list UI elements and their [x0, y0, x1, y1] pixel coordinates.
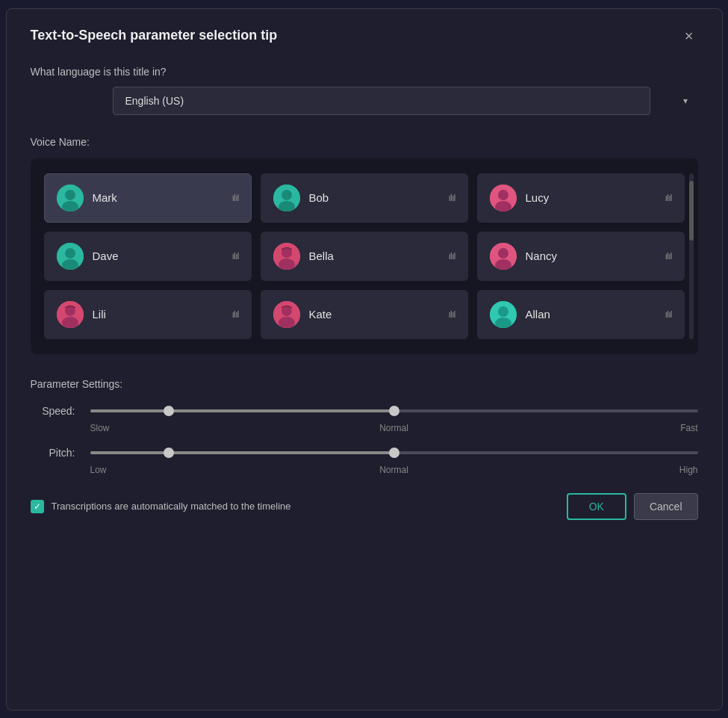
- auto-match-checkbox[interactable]: ✓: [31, 500, 44, 513]
- scrollbar-track: [689, 173, 694, 339]
- speed-row: Speed:: [31, 405, 698, 417]
- wave-icon-lili[interactable]: ılıl: [232, 309, 239, 320]
- svg-point-25: [498, 306, 508, 317]
- avatar-lucy: [490, 185, 517, 211]
- wave-icon-bella[interactable]: ılıl: [449, 250, 455, 261]
- voice-card-dave[interactable]: Dave ılıl: [44, 232, 252, 281]
- pitch-high-label: High: [679, 465, 698, 475]
- avatar-mark: [57, 185, 84, 211]
- voice-card-lili[interactable]: Lili ılıl: [44, 290, 252, 339]
- voice-name-dave: Dave: [93, 250, 232, 262]
- wave-icon-mark[interactable]: ılıl: [232, 192, 239, 203]
- pitch-label: Pitch:: [31, 447, 75, 459]
- close-button[interactable]: ×: [680, 27, 698, 45]
- wave-icon-dave[interactable]: ılıl: [232, 250, 239, 261]
- ok-button[interactable]: OK: [567, 493, 626, 520]
- voice-name-mark: Mark: [93, 191, 232, 204]
- voice-grid: Mark ılıl Bob ılıl Lucy ılıl: [44, 173, 685, 339]
- speed-thumb-2[interactable]: [389, 406, 399, 416]
- voice-name-nancy: Nancy: [526, 250, 665, 262]
- wave-icon-lucy[interactable]: ılıl: [665, 192, 672, 203]
- avatar-lili: [57, 301, 84, 328]
- speed-track: [90, 409, 698, 412]
- param-section-label: Parameter Settings:: [31, 378, 698, 390]
- wave-icon-allan[interactable]: ılıl: [665, 309, 672, 320]
- avatar-kate: [273, 301, 300, 328]
- speed-fast-label: Fast: [680, 423, 697, 433]
- voice-name-bob: Bob: [309, 191, 449, 204]
- avatar-dave: [57, 243, 84, 270]
- voice-card-nancy[interactable]: Nancy ılıl: [477, 232, 685, 281]
- checkmark-icon: ✓: [34, 501, 41, 512]
- voice-card-lucy[interactable]: Lucy ılıl: [477, 173, 685, 223]
- tts-dialog: Text-to-Speech parameter selection tip ×…: [6, 8, 723, 711]
- chevron-down-icon: ▾: [683, 96, 688, 106]
- svg-point-16: [498, 248, 508, 259]
- avatar-allan: [490, 301, 517, 328]
- voice-name-lili: Lili: [93, 308, 232, 321]
- wave-icon-bob[interactable]: ılıl: [449, 192, 455, 203]
- avatar-bob: [273, 185, 300, 211]
- svg-point-4: [281, 190, 292, 200]
- footer-buttons: OK Cancel: [567, 493, 698, 520]
- voice-card-mark[interactable]: Mark ılıl: [44, 173, 252, 223]
- cancel-button[interactable]: Cancel: [634, 493, 698, 520]
- voice-grid-container: Mark ılıl Bob ılıl Lucy ılıl: [31, 158, 698, 354]
- pitch-thumb-2[interactable]: [389, 448, 399, 458]
- speed-slider-wrapper: [90, 409, 698, 412]
- speed-slow-label: Slow: [90, 423, 110, 433]
- pitch-fill: [90, 451, 394, 454]
- pitch-labels: Low Normal High: [90, 465, 698, 475]
- language-select[interactable]: English (US) Spanish French German: [113, 87, 650, 115]
- footer: ✓ Transcriptions are automatically match…: [31, 493, 698, 520]
- checkbox-label: Transcriptions are automatically matched…: [52, 501, 291, 512]
- pitch-low-label: Low: [90, 465, 107, 475]
- checkbox-wrapper: ✓ Transcriptions are automatically match…: [31, 500, 567, 513]
- voice-card-bob[interactable]: Bob ılıl: [261, 173, 468, 223]
- wave-icon-nancy[interactable]: ılıl: [665, 250, 672, 261]
- scrollbar-thumb[interactable]: [689, 181, 694, 241]
- svg-point-1: [65, 190, 75, 200]
- language-label: What language is this title in?: [31, 66, 698, 78]
- speed-label: Speed:: [31, 405, 75, 417]
- speed-normal-label: Normal: [379, 423, 408, 433]
- pitch-normal-label: Normal: [379, 465, 408, 475]
- voice-name-kate: Kate: [309, 308, 449, 321]
- avatar-nancy: [490, 243, 517, 270]
- pitch-track: [90, 451, 698, 454]
- voice-name-allan: Allan: [526, 308, 665, 321]
- voice-name-bella: Bella: [309, 250, 449, 262]
- dialog-title: Text-to-Speech parameter selection tip: [31, 28, 278, 43]
- speed-thumb-1[interactable]: [164, 406, 174, 416]
- svg-point-7: [498, 190, 508, 200]
- voice-card-bella[interactable]: Bella ılıl: [261, 232, 468, 281]
- wave-icon-kate[interactable]: ılıl: [449, 309, 455, 320]
- speed-labels-row: Slow Normal Fast: [31, 423, 698, 433]
- pitch-slider-wrapper: [90, 451, 698, 454]
- pitch-labels-row: Low Normal High: [31, 465, 698, 475]
- speed-labels: Slow Normal Fast: [90, 423, 698, 433]
- language-select-wrapper: English (US) Spanish French German ▾: [113, 87, 698, 115]
- speed-fill: [90, 409, 394, 412]
- dialog-header: Text-to-Speech parameter selection tip ×: [31, 27, 698, 45]
- voice-card-allan[interactable]: Allan ılıl: [477, 290, 685, 339]
- pitch-thumb-1[interactable]: [164, 448, 174, 458]
- voice-card-kate[interactable]: Kate ılıl: [261, 290, 468, 339]
- voice-section-label: Voice Name:: [31, 136, 698, 148]
- svg-point-10: [65, 248, 75, 259]
- avatar-bella: [273, 243, 300, 270]
- voice-name-lucy: Lucy: [526, 191, 665, 204]
- pitch-row: Pitch:: [31, 447, 698, 459]
